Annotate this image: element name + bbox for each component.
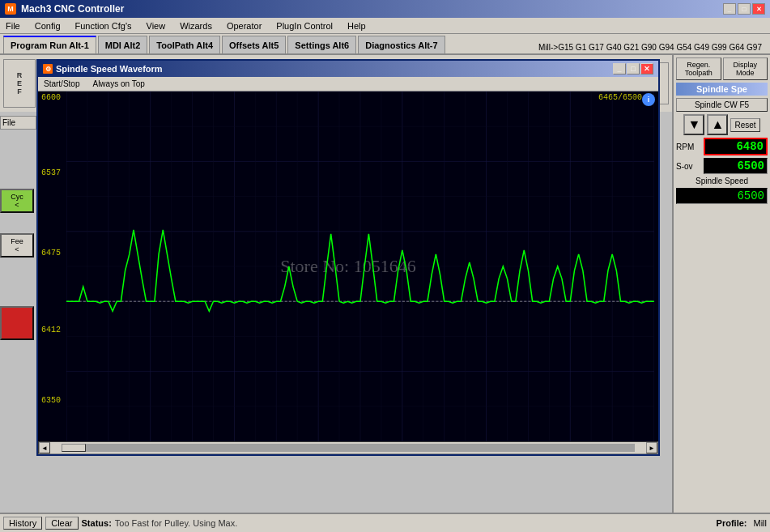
dialog-maximize[interactable]: □ [627,63,640,74]
main-area: R E F ▲ ▼ Zero X +13.0425 Scale +1.0000 [0,55,770,513]
regen-toolpath-btn[interactable]: Regen.Toolpath [676,57,721,80]
menu-plugin[interactable]: PlugIn Control [274,20,335,32]
h-scrollbar[interactable]: ◄ ► [38,441,658,454]
tab-info: Mill->G15 G1 G17 G40 G21 G90 G94 G54 G49… [534,41,767,53]
tab-toolpath[interactable]: ToolPath Alt4 [149,36,220,53]
rpm-label: RPM [676,143,702,151]
y-label-6475: 6475 [41,249,61,257]
feed-button[interactable]: Fee< [0,233,34,257]
profile-label: Profile: [717,518,747,528]
tab-offsets[interactable]: Offsets Alt5 [222,36,286,53]
spindle-speed-value: 6500 [676,188,768,204]
dialog-menu-always-on-top[interactable]: Always on Top [90,79,147,89]
info-bubble: i [642,93,655,106]
y-label-6350: 6350 [41,396,61,405]
tab-program-run[interactable]: Program Run Alt-1 [3,36,96,53]
minimize-btn[interactable]: _ [723,3,736,15]
menu-operator[interactable]: Operator [224,20,264,32]
file-section: File [0,116,36,130]
scroll-right[interactable]: ► [646,442,657,453]
waveform-area: 6600 6537 6475 6412 6350 6465/6500 Store… [38,92,658,441]
scroll-left[interactable]: ◄ [39,442,50,453]
tab-settings[interactable]: Settings Alt6 [287,36,356,53]
dialog-icon: ⚙ [43,64,53,74]
y-label-6412: 6412 [41,326,61,334]
action-row: Regen.Toolpath DisplayMode [676,57,768,80]
y-label-6537: 6537 [41,168,61,177]
spindle-down-btn[interactable]: ▼ [683,114,704,135]
tab-mdi[interactable]: MDI Alt2 [98,36,148,53]
cycle-button[interactable]: Cyc< [0,189,34,213]
status-bar: History Clear Status: Too Fast for Pulle… [0,513,770,532]
y-label-6600: 6600 [41,93,61,102]
display-mode-btn[interactable]: DisplayMode [723,57,768,80]
rpm-value: 6480 [704,138,768,155]
status-text: Too Fast for Pulley. Using Max. [115,518,237,528]
profile-value: Mill [754,518,768,528]
maximize-btn[interactable]: □ [738,3,751,15]
sov-label: S-ov [676,162,702,171]
menu-bar: File Config Function Cfg's View Wizards … [0,18,770,34]
ref-box: R E F [3,59,36,108]
waveform-dialog: ⚙ Spindle Speed Waveform _ □ ✕ Start/Sto… [36,59,660,456]
scroll-thumb[interactable] [62,444,86,452]
spindle-up-btn[interactable]: ▲ [707,114,728,135]
dialog-menu: Start/Stop Always on Top [38,77,658,92]
spindle-cw-button[interactable]: Spindle CW F5 [676,98,768,112]
toolbar-tabs: Program Run Alt-1 MDI Alt2 ToolPath Alt4… [0,34,770,55]
dialog-title-text: Spindle Speed Waveform [56,64,163,74]
app-title: Mach3 CNC Controller [21,3,124,15]
close-btn[interactable]: ✕ [752,3,765,15]
menu-function-cfg[interactable]: Function Cfg's [73,20,134,32]
waveform-svg [66,92,654,441]
clear-button[interactable]: Clear [45,517,78,530]
dialog-menu-start[interactable]: Start/Stop [41,79,82,89]
spindle-header: Spindle Spe [676,83,768,96]
scroll-track[interactable] [62,444,635,452]
dialog-title-controls: _ □ ✕ [613,63,653,74]
menu-file[interactable]: File [3,20,23,32]
ref-label3: F [17,87,22,96]
title-controls: _ □ ✕ [723,3,765,15]
right-panel: Regen.Toolpath DisplayMode Spindle Spe S… [672,55,770,513]
sov-value: 6500 [704,158,768,174]
menu-config[interactable]: Config [32,20,63,32]
ref-label2: E [17,79,22,87]
ref-label: R [17,71,23,79]
spindle-speed-label: Spindle Speed [676,177,768,185]
history-button[interactable]: History [3,517,42,530]
status-label: Status: [82,518,112,528]
sov-row: S-ov 6500 [676,158,768,174]
title-bar: M Mach3 CNC Controller _ □ ✕ [0,0,770,18]
dialog-close[interactable]: ✕ [640,63,653,74]
menu-view[interactable]: View [144,20,168,32]
dialog-minimize[interactable]: _ [613,63,626,74]
spindle-controls: ▼ ▲ Reset [676,114,768,135]
menu-help[interactable]: Help [345,20,368,32]
stop-button[interactable] [0,306,34,340]
rpm-row: RPM 6480 [676,138,768,155]
menu-wizards[interactable]: Wizards [177,20,215,32]
dialog-title-bar: ⚙ Spindle Speed Waveform _ □ ✕ [38,61,658,77]
tab-diagnostics[interactable]: Diagnostics Alt-7 [358,36,445,53]
waveform-content: 6600 6537 6475 6412 6350 6465/6500 Store… [38,92,658,454]
left-panel: R E F ▲ ▼ Zero X +13.0425 Scale +1.0000 [0,55,672,513]
reset-button[interactable]: Reset [730,118,759,132]
app-icon: M [5,3,16,15]
file-label: File [2,118,15,127]
